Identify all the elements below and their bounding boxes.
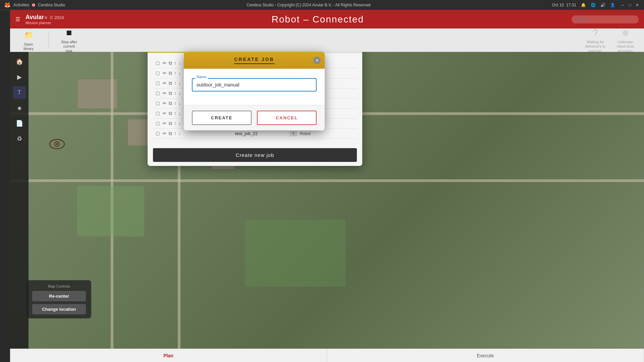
tab-plan[interactable]: Plan <box>10 349 327 362</box>
download-icon[interactable]: ↓ <box>178 90 181 96</box>
datetime: Oct 10 17:31 <box>552 3 576 7</box>
edit-icon[interactable]: ✏ <box>163 70 167 76</box>
row-checkbox-icon: ☐ <box>156 111 160 116</box>
create-button[interactable]: CREATE <box>192 111 252 125</box>
pose-accuracy-label: Unknownrobot poseaccuracy. <box>617 40 634 53</box>
copy-icon[interactable]: ⧉ <box>169 111 172 116</box>
open-library-icon: 📁 <box>22 29 35 41</box>
job-name-field: Name <box>192 78 317 92</box>
row-checkbox-icon: ☐ <box>156 71 160 76</box>
upload-icon[interactable]: ↑ <box>174 90 176 96</box>
copyright: © 2024 <box>50 15 64 20</box>
maximize-button[interactable]: □ <box>627 3 633 7</box>
row-actions: ✏ ⧉ ↑ ↓ <box>163 111 181 116</box>
title-bar-right: Oct 10 17:31 🔔 🌐 🔊 👤 ─ □ ✕ <box>552 3 640 7</box>
job-name-input[interactable] <box>192 78 317 92</box>
row-checkbox-icon: ☐ <box>156 121 160 126</box>
upload-icon[interactable]: ↑ <box>174 60 176 66</box>
row-checkbox-icon: ☐ <box>156 131 160 136</box>
download-icon[interactable]: ↓ <box>178 60 181 66</box>
upload-icon[interactable]: ↑ <box>174 80 176 86</box>
minimize-button[interactable]: ─ <box>620 3 625 7</box>
sidebar-doc-icon[interactable]: 📄 <box>13 117 26 130</box>
title-bar-title: Cerebra Studio - Copyright (C) 2024 Avul… <box>65 3 552 7</box>
waiting-icon: ? <box>589 27 601 39</box>
download-icon[interactable]: ↓ <box>178 70 181 76</box>
copy-icon[interactable]: ⧉ <box>169 121 172 126</box>
brand-reg: ® <box>45 16 47 20</box>
cancel-button[interactable]: CANCEL <box>257 111 317 125</box>
svg-point-2 <box>56 143 58 145</box>
sidebar-terminal-icon[interactable]: ▶ <box>13 71 26 83</box>
copy-icon[interactable]: ⧉ <box>169 70 172 76</box>
toolbar-waiting-behaviors: ? Waiting forbehaviors toexecute. <box>584 27 607 53</box>
upload-icon[interactable]: ↑ <box>174 111 176 116</box>
change-location-button[interactable]: Change location <box>32 304 86 314</box>
upload-icon[interactable]: ↑ <box>174 101 176 106</box>
bell-icon[interactable]: 🔔 <box>581 3 586 7</box>
edit-icon[interactable]: ✏ <box>163 111 167 116</box>
app-name-indicator: Cerebra Studio <box>38 3 65 7</box>
logo-area: ☰ Avular ® © 2024 Mission planner <box>15 14 64 25</box>
edit-icon[interactable]: ✏ <box>163 90 167 96</box>
map-green-area-2 <box>245 220 345 287</box>
copy-icon[interactable]: ⧉ <box>169 90 172 96</box>
row-badge: T <box>289 131 297 136</box>
create-job-title: CREATE JOB <box>234 57 274 64</box>
row-actions: ✏ ⧉ ↑ ↓ <box>163 131 181 136</box>
tab-execute[interactable]: Execute <box>327 349 644 362</box>
upload-icon[interactable]: ↑ <box>174 121 176 126</box>
create-new-job-button[interactable]: Create new job <box>153 148 357 162</box>
row-checkbox-icon: ☐ <box>156 101 160 106</box>
waiting-label: Waiting forbehaviors toexecute. <box>585 40 605 53</box>
job-name-label: Name <box>195 75 208 79</box>
activities-label[interactable]: Activities <box>13 3 29 7</box>
create-job-dialog: CREATE JOB ✕ Name CREATE CANCEL <box>184 52 325 130</box>
row-actions: ✏ ⧉ ↑ ↓ <box>163 101 181 106</box>
sidebar-home-icon[interactable]: 🏠 <box>13 55 26 68</box>
download-icon[interactable]: ↓ <box>178 80 181 86</box>
recenter-button[interactable]: Re-center <box>32 291 86 301</box>
logo-block: Avular ® © 2024 Mission planner <box>25 14 64 25</box>
edit-icon[interactable]: ✏ <box>163 60 167 66</box>
create-job-header: CREATE JOB ✕ <box>184 52 325 69</box>
row-type: Robot <box>300 131 354 136</box>
upload-icon[interactable]: ↑ <box>174 131 176 136</box>
row-actions: ✏ ⧉ ↑ ↓ <box>163 121 181 126</box>
download-icon[interactable]: ↓ <box>178 111 181 116</box>
row-actions: ✏ ⧉ ↑ ↓ <box>163 60 181 66</box>
create-job-actions: CREATE CANCEL <box>184 105 325 130</box>
download-icon[interactable]: ↓ <box>178 131 181 136</box>
create-job-close-button[interactable]: ✕ <box>313 57 321 64</box>
close-button[interactable]: ✕ <box>635 3 640 7</box>
copy-icon[interactable]: ⧉ <box>169 131 172 136</box>
stop-task-label: Stop aftercurrenttask <box>61 40 77 53</box>
brand-name: Avular <box>25 14 44 21</box>
sidebar-eye-icon[interactable]: ◉ <box>13 102 26 114</box>
bottom-tabs: Plan Execute <box>10 349 644 362</box>
toolbar-separator-1 <box>49 32 49 49</box>
sidebar-recycle-icon[interactable]: ♻ <box>13 132 26 145</box>
toolbar-stop-task[interactable]: ⏹ Stop aftercurrenttask <box>57 27 81 53</box>
copy-icon[interactable]: ⧉ <box>169 60 172 66</box>
window-controls: ─ □ ✕ <box>620 3 640 7</box>
row-actions: ✏ ⧉ ↑ ↓ <box>163 70 181 76</box>
toolbar-right: ? Waiting forbehaviors toexecute. ⊗ Unkn… <box>584 27 637 53</box>
firefox-icon: 🦊 <box>4 2 11 8</box>
edit-icon[interactable]: ✏ <box>163 131 167 136</box>
copy-icon[interactable]: ⧉ <box>169 80 172 86</box>
download-icon[interactable]: ↓ <box>178 121 181 126</box>
edit-icon[interactable]: ✏ <box>163 80 167 86</box>
edit-icon[interactable]: ✏ <box>163 121 167 126</box>
app-header: ☰ Avular ® © 2024 Mission planner Robot … <box>10 10 644 28</box>
edit-icon[interactable]: ✏ <box>163 101 167 106</box>
map-target-icon <box>49 136 65 153</box>
upload-icon[interactable]: ↑ <box>174 70 176 76</box>
download-icon[interactable]: ↓ <box>178 101 181 106</box>
header-search[interactable] <box>572 15 639 23</box>
toolbar-open-library[interactable]: 📁 Open library <box>17 29 40 51</box>
copy-icon[interactable]: ⧉ <box>169 101 172 106</box>
hamburger-menu[interactable]: ☰ <box>15 16 20 22</box>
row-checkbox-icon: ☐ <box>156 91 160 96</box>
sidebar-text-icon[interactable]: T <box>13 86 26 99</box>
